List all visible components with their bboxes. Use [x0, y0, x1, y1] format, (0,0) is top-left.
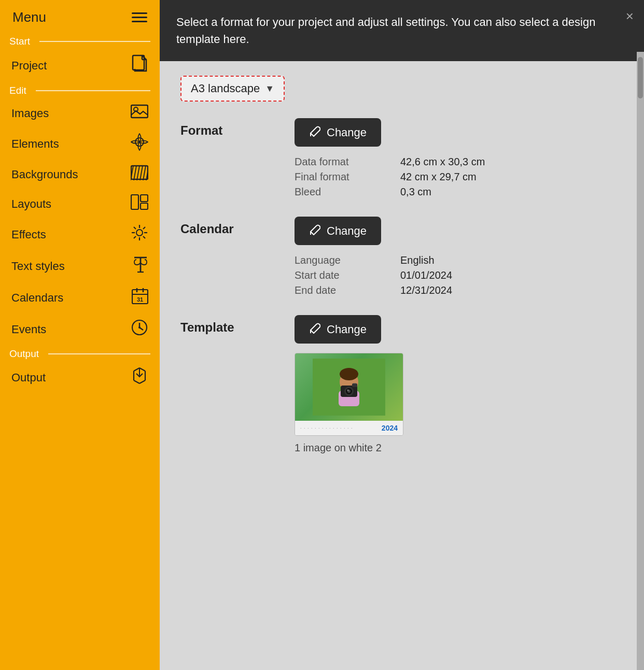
- start-date-value: 01/01/2024: [400, 269, 623, 281]
- format-dropdown-value: A3 landscape: [191, 82, 260, 95]
- template-change-label: Change: [327, 323, 367, 336]
- language-value: English: [400, 254, 623, 266]
- sidebar-item-layouts[interactable]: Layouts: [0, 189, 160, 219]
- sidebar-item-text-styles[interactable]: Text styles: [0, 250, 160, 282]
- sidebar-item-backgrounds[interactable]: Backgrounds: [0, 160, 160, 189]
- effects-label: Effects: [11, 228, 46, 241]
- final-format-label: Final format: [295, 171, 388, 183]
- pencil-icon-3: [309, 322, 320, 336]
- project-label: Project: [11, 59, 47, 73]
- calendar-section-title: Calendar: [180, 217, 295, 236]
- svg-rect-13: [131, 195, 138, 209]
- end-date-label: End date: [295, 284, 388, 296]
- bleed-value: 0,3 cm: [400, 186, 623, 198]
- main-panel: Select a format for your project and adj…: [160, 0, 644, 670]
- backgrounds-label: Backgrounds: [11, 168, 78, 181]
- svg-line-34: [134, 368, 139, 371]
- format-change-button[interactable]: Change: [295, 118, 381, 147]
- info-banner: Select a format for your project and adj…: [160, 0, 644, 61]
- format-info-grid: Data format 42,6 cm x 30,3 cm Final form…: [295, 156, 623, 198]
- sidebar-item-output[interactable]: Output: [0, 362, 160, 393]
- svg-line-22: [143, 227, 145, 229]
- text-styles-icon: [133, 255, 148, 277]
- svg-rect-3: [131, 105, 148, 118]
- sidebar-item-effects[interactable]: Effects: [0, 219, 160, 250]
- calendars-label: Calendars: [11, 291, 63, 305]
- template-section-title: Template: [180, 315, 295, 335]
- close-banner-button[interactable]: ×: [626, 9, 634, 23]
- template-section-body: Change: [295, 315, 623, 454]
- format-section-body: Change Data format 42,6 cm x 30,3 cm Fin…: [295, 118, 623, 198]
- start-section-label: Start: [0, 33, 160, 49]
- svg-point-24: [136, 230, 143, 236]
- format-dropdown[interactable]: A3 landscape ▼: [180, 76, 285, 102]
- language-label: Language: [295, 254, 388, 266]
- events-icon: [131, 319, 148, 340]
- sidebar-item-project[interactable]: Project: [0, 49, 160, 82]
- sidebar-header: Menu: [0, 0, 160, 33]
- output-icon: [131, 367, 148, 388]
- scrollbar-thumb[interactable]: [638, 57, 643, 98]
- project-icon: [132, 54, 148, 77]
- data-format-value: 42,6 cm x 30,3 cm: [400, 156, 623, 168]
- svg-text:31: 31: [137, 296, 143, 303]
- end-date-value: 12/31/2024: [400, 284, 623, 296]
- template-change-button[interactable]: Change: [295, 315, 381, 344]
- sidebar-item-elements[interactable]: Elements: [0, 128, 160, 160]
- chevron-down-icon: ▼: [265, 83, 274, 94]
- svg-line-20: [134, 227, 136, 229]
- sidebar-item-events[interactable]: Events: [0, 313, 160, 345]
- svg-point-51: [347, 389, 349, 391]
- banner-text: Select a format for your project and adj…: [176, 16, 595, 46]
- menu-label: Menu: [12, 9, 46, 25]
- template-thumbnail[interactable]: · · · · · · · · · · · · · · · 2024: [295, 353, 403, 436]
- images-label: Images: [11, 107, 49, 120]
- backgrounds-icon: [131, 165, 148, 184]
- effects-icon: [131, 224, 148, 245]
- svg-line-36: [134, 380, 139, 383]
- svg-rect-15: [141, 203, 148, 209]
- layouts-icon: [131, 194, 148, 213]
- final-format-value: 42 cm x 29,7 cm: [400, 171, 623, 183]
- svg-line-37: [139, 380, 145, 383]
- template-description: 1 image on white 2: [295, 442, 623, 454]
- svg-line-23: [134, 236, 136, 238]
- svg-line-10: [140, 166, 143, 180]
- svg-line-21: [143, 236, 145, 238]
- calendar-change-button[interactable]: Change: [295, 217, 381, 245]
- elements-icon: [131, 133, 148, 154]
- calendars-icon: 31: [132, 287, 148, 308]
- svg-rect-14: [141, 195, 148, 202]
- svg-point-52: [340, 368, 358, 380]
- pencil-icon: [309, 125, 320, 139]
- svg-line-11: [143, 166, 146, 180]
- svg-line-8: [134, 166, 136, 180]
- text-styles-label: Text styles: [11, 260, 65, 273]
- elements-label: Elements: [11, 137, 59, 151]
- start-date-label: Start date: [295, 269, 388, 281]
- template-section: Template Change: [180, 315, 623, 454]
- calendar-section: Calendar Change Language English Start d…: [180, 217, 623, 296]
- svg-point-33: [138, 326, 141, 329]
- output-label: Output: [11, 371, 46, 384]
- svg-rect-53: [352, 383, 357, 387]
- sidebar-item-calendars[interactable]: Calendars 31: [0, 282, 160, 313]
- layouts-label: Layouts: [11, 197, 51, 211]
- template-thumb-year: 2024: [382, 424, 398, 432]
- output-section-label: Output: [0, 345, 160, 362]
- sidebar: Menu Start Project Edit Images: [0, 0, 160, 670]
- format-section-title: Format: [180, 118, 295, 138]
- format-change-label: Change: [327, 126, 367, 139]
- events-label: Events: [11, 323, 46, 336]
- images-icon: [131, 104, 148, 123]
- pencil-icon-2: [309, 224, 320, 238]
- calendar-section-body: Change Language English Start date 01/01…: [295, 217, 623, 296]
- hamburger-icon[interactable]: [132, 12, 147, 22]
- calendar-change-label: Change: [327, 224, 367, 238]
- content-area: A3 landscape ▼ Format Change Da: [160, 61, 644, 670]
- format-section: Format Change Data format 42,6 cm x 30,3…: [180, 118, 623, 198]
- data-format-label: Data format: [295, 156, 388, 168]
- sidebar-item-images[interactable]: Images: [0, 98, 160, 128]
- svg-line-9: [137, 166, 139, 180]
- scrollbar-track[interactable]: [637, 52, 644, 670]
